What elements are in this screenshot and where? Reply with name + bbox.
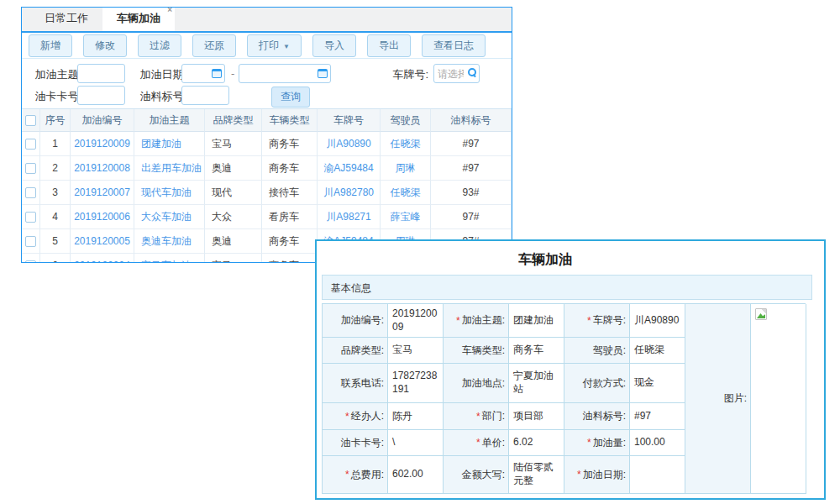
cell-vtype: 商务车 — [262, 156, 318, 181]
close-tab-icon[interactable]: × — [167, 7, 172, 14]
cell-driver-link[interactable]: 任晓渠 — [381, 181, 431, 205]
calendar-icon[interactable] — [318, 69, 328, 78]
tab-vehicle-refuel[interactable]: 车辆加油 × — [102, 7, 175, 31]
view-log-button[interactable]: 查看日志 — [422, 34, 486, 57]
cell-vtype: 商务车 — [262, 254, 318, 263]
cell-vtype: 看房车 — [262, 205, 318, 229]
cell-grade: 97# — [431, 205, 512, 229]
cell-topic-link[interactable]: 奥迪车加油 — [134, 229, 205, 254]
card-label: 油卡卡号: — [33, 89, 81, 104]
basic-info-form: 图片: *加油编号: 2019120009 *加油主题: 团建加油 *车牌号: … — [322, 303, 806, 494]
card-input[interactable] — [77, 86, 125, 105]
required-star: * — [476, 437, 480, 449]
field-label: *总费用: — [323, 456, 388, 494]
query-button[interactable]: 查询 — [271, 87, 310, 108]
field-label: *驾驶员: — [564, 338, 630, 364]
toolbar: 新增 修改 过滤 还原 打印▼ 导入 导出 查看日志 — [22, 33, 512, 58]
cell-brand: 宝马 — [205, 254, 262, 263]
cell-code-link[interactable]: 2019120007 — [71, 181, 134, 205]
topic-input[interactable] — [77, 64, 125, 83]
cell-brand: 大众 — [205, 205, 262, 229]
cell-code-link[interactable]: 2019120008 — [71, 156, 134, 181]
field-label: *付款方式: — [564, 364, 630, 403]
col-header-brand: 品牌类型 — [205, 109, 262, 132]
cell-topic-link[interactable]: 团建加油 — [134, 132, 205, 156]
plate-label: 车牌号: — [390, 67, 428, 82]
cell-code-link[interactable]: 2019120005 — [71, 229, 134, 254]
field-value: 项目部 — [509, 403, 564, 430]
field-label: *加油地点: — [444, 364, 509, 403]
cell-driver-link[interactable]: 任晓渠 — [381, 132, 431, 156]
search-icon[interactable] — [468, 68, 475, 76]
tab-daily-work[interactable]: 日常工作 — [30, 7, 102, 31]
chevron-down-icon: ▼ — [283, 43, 290, 50]
cell-seq: 3 — [40, 181, 71, 205]
cell-plate-link[interactable]: 渝AJ59484 — [318, 156, 381, 181]
field-label: *联系电话: — [323, 364, 388, 403]
field-value: 17827238191 — [388, 364, 444, 403]
cell-topic-link[interactable]: 出差用车加油 — [134, 156, 205, 181]
add-button[interactable]: 新增 — [29, 34, 72, 57]
field-value: 602.00 — [388, 456, 444, 494]
field-value: 商务车 — [509, 338, 564, 364]
col-header-vtype: 车辆类型 — [262, 109, 318, 132]
field-value — [630, 456, 685, 494]
col-header-grade: 油料标号 — [431, 109, 512, 132]
cell-seq: 5 — [40, 229, 71, 254]
cell-plate-link[interactable]: 川A982780 — [318, 181, 381, 205]
col-header-plate: 车牌号 — [318, 109, 381, 132]
calendar-icon[interactable] — [212, 69, 222, 78]
grade-input[interactable] — [181, 86, 229, 105]
cell-driver-link[interactable]: 周琳 — [381, 156, 431, 181]
field-label: *加油量: — [564, 430, 630, 456]
cell-grade: #97 — [431, 156, 512, 181]
cell-topic-link[interactable]: 宝马车加油 — [134, 254, 205, 263]
date-range-separator: - — [231, 67, 234, 80]
export-button[interactable]: 导出 — [367, 34, 411, 57]
cell-plate-link[interactable]: 川A90890 — [318, 132, 381, 156]
required-star: * — [587, 315, 591, 327]
cell-grade: #97 — [431, 132, 512, 156]
vehicle-refuel-list-panel: 日常工作 车辆加油 × 新增 修改 过滤 还原 打印▼ 导入 导出 查看日志 加… — [21, 7, 512, 263]
edit-button[interactable]: 修改 — [83, 34, 127, 57]
select-all-checkbox[interactable] — [25, 115, 36, 126]
table-row-checkbox-cell — [22, 205, 40, 229]
cell-code-link[interactable]: 2019120009 — [71, 132, 134, 156]
table-row-checkbox-cell — [22, 156, 40, 181]
basic-info-header: 基本信息 — [322, 275, 812, 300]
col-header-topic: 加油主题 — [134, 109, 205, 132]
field-value: 川A90890 — [630, 304, 685, 338]
refuel-detail-panel: 车辆加油 基本信息 图片: *加油编号: 2019120009 *加油主题: 团… — [315, 239, 826, 500]
row-checkbox[interactable] — [25, 187, 36, 198]
cell-plate-link[interactable]: 川A98271 — [318, 205, 381, 229]
table-row-checkbox-cell — [22, 181, 40, 205]
detail-title: 车辆加油 — [317, 251, 824, 268]
print-dropdown-button[interactable]: 打印▼ — [247, 34, 302, 57]
row-checkbox[interactable] — [25, 212, 36, 223]
cell-topic-link[interactable]: 大众车加油 — [134, 205, 205, 229]
restore-button[interactable]: 还原 — [192, 34, 236, 57]
date-label: 加油日期: — [138, 67, 186, 82]
import-button[interactable]: 导入 — [312, 34, 356, 57]
cell-grade: 93# — [431, 181, 512, 205]
col-header-driver: 驾驶员 — [381, 109, 431, 132]
basic-info-fieldset: 基本信息 图片: *加油编号: 2019120009 *加油主题: 团建加油 *… — [322, 275, 812, 494]
row-checkbox[interactable] — [25, 139, 36, 150]
cell-driver-link[interactable]: 薛宝峰 — [381, 205, 431, 229]
select-all-cell — [22, 109, 40, 132]
required-star: * — [476, 411, 480, 423]
required-star: * — [587, 437, 591, 449]
required-star: * — [456, 315, 460, 327]
table-row-checkbox-cell — [22, 229, 40, 254]
field-label: *加油主题: — [444, 304, 509, 338]
row-checkbox[interactable] — [25, 260, 36, 264]
row-checkbox[interactable] — [25, 163, 36, 174]
image-cell — [751, 304, 806, 494]
filter-button[interactable]: 过滤 — [138, 34, 181, 57]
cell-seq: 6 — [40, 254, 71, 263]
cell-vtype: 商务车 — [262, 229, 318, 254]
cell-code-link[interactable]: 2019120006 — [71, 205, 134, 229]
row-checkbox[interactable] — [25, 236, 36, 247]
cell-code-link[interactable]: 2019120004 — [71, 254, 134, 263]
cell-topic-link[interactable]: 现代车加油 — [134, 181, 205, 205]
